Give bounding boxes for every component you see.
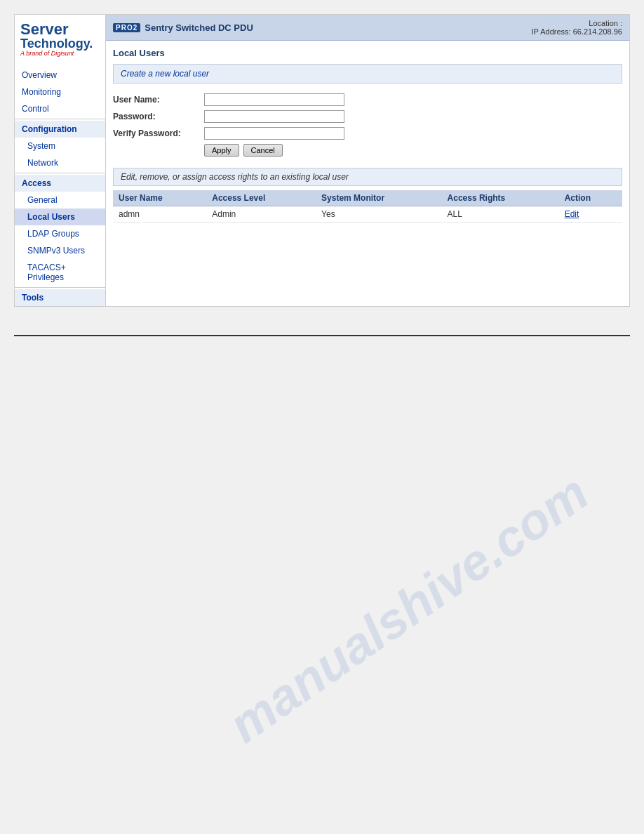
divider-3 <box>15 287 105 288</box>
edit-section: Edit, remove, or assign access rights to… <box>113 168 622 186</box>
sidebar-item-access[interactable]: Access <box>15 175 105 192</box>
header-left: PRO2 Sentry Switched DC PDU <box>113 22 253 33</box>
logo-area: Server Technology. A brand of Digisunt <box>15 15 105 64</box>
sidebar-item-system[interactable]: System <box>15 138 105 154</box>
edit-link[interactable]: Edit <box>565 209 579 219</box>
sidebar-item-general[interactable]: General <box>15 192 105 208</box>
sidebar-nav: Overview Monitoring Control Configuratio… <box>15 67 105 306</box>
sidebar-item-control[interactable]: Control <box>15 100 105 117</box>
divider-1 <box>15 119 105 119</box>
sidebar-item-local-users[interactable]: Local Users <box>15 208 105 225</box>
sidebar-item-overview[interactable]: Overview <box>15 67 105 84</box>
col-system-monitor: System Monitor <box>316 190 441 206</box>
logo-server: Server <box>20 22 100 37</box>
logo-technology: Technology. <box>20 37 100 50</box>
sidebar-item-monitoring[interactable]: Monitoring <box>15 84 105 100</box>
col-access-level: Access Level <box>206 190 316 206</box>
form-buttons: Apply Cancel <box>204 144 622 157</box>
col-username: User Name <box>113 190 206 206</box>
sidebar-item-tacacs-privileges[interactable]: TACACS+ Privileges <box>15 259 105 286</box>
cell-access-level: Admin <box>206 206 316 223</box>
ip-address: IP Address: 66.214.208.96 <box>532 27 622 36</box>
verify-password-input[interactable] <box>204 127 344 140</box>
cell-action: Edit <box>559 206 622 223</box>
sidebar-item-configuration[interactable]: Configuration <box>15 121 105 138</box>
cancel-button[interactable]: Cancel <box>243 144 283 157</box>
verify-password-label: Verify Password: <box>113 128 204 138</box>
username-row: User Name: <box>113 93 622 106</box>
content-body: Local Users Create a new local user User… <box>106 41 629 306</box>
header-right: Location : IP Address: 66.214.208.96 <box>532 19 622 36</box>
col-action: Action <box>559 190 622 206</box>
page-title: Local Users <box>113 48 622 58</box>
logo-brand: A brand of Digisunt <box>20 50 100 57</box>
header-bar: PRO2 Sentry Switched DC PDU Location : I… <box>106 15 629 41</box>
username-label: User Name: <box>113 95 204 105</box>
create-section: Create a new local user <box>113 64 622 84</box>
pro2-badge: PRO2 <box>113 23 140 32</box>
username-input[interactable] <box>204 93 344 106</box>
password-label: Password: <box>113 112 204 121</box>
cell-access-rights: ALL <box>442 206 559 223</box>
divider-2 <box>15 173 105 173</box>
sidebar: Server Technology. A brand of Digisunt O… <box>15 15 106 306</box>
location-label: Location : <box>532 19 622 27</box>
apply-button[interactable]: Apply <box>204 144 239 157</box>
header-title: Sentry Switched DC PDU <box>145 22 253 33</box>
create-user-form: User Name: Password: Verify Password: Ap… <box>113 89 622 161</box>
sidebar-item-network[interactable]: Network <box>15 154 105 171</box>
sidebar-item-ldap-groups[interactable]: LDAP Groups <box>15 225 105 242</box>
col-access-rights: Access Rights <box>442 190 559 206</box>
edit-label: Edit, remove, or assign access rights to… <box>121 172 349 182</box>
create-label: Create a new local user <box>121 69 209 79</box>
sidebar-item-tools[interactable]: Tools <box>15 289 105 306</box>
footer-line <box>14 335 630 336</box>
watermark: manualshive.com <box>218 463 598 754</box>
content-area: PRO2 Sentry Switched DC PDU Location : I… <box>106 15 629 306</box>
password-input[interactable] <box>204 110 344 123</box>
password-row: Password: <box>113 110 622 123</box>
cell-system-monitor: Yes <box>316 206 441 223</box>
table-row: admn Admin Yes ALL Edit <box>113 206 622 223</box>
users-table: User Name Access Level System Monitor Ac… <box>113 190 622 223</box>
cell-username: admn <box>113 206 206 223</box>
sidebar-item-snmpv3-users[interactable]: SNMPv3 Users <box>15 242 105 259</box>
verify-password-row: Verify Password: <box>113 127 622 140</box>
